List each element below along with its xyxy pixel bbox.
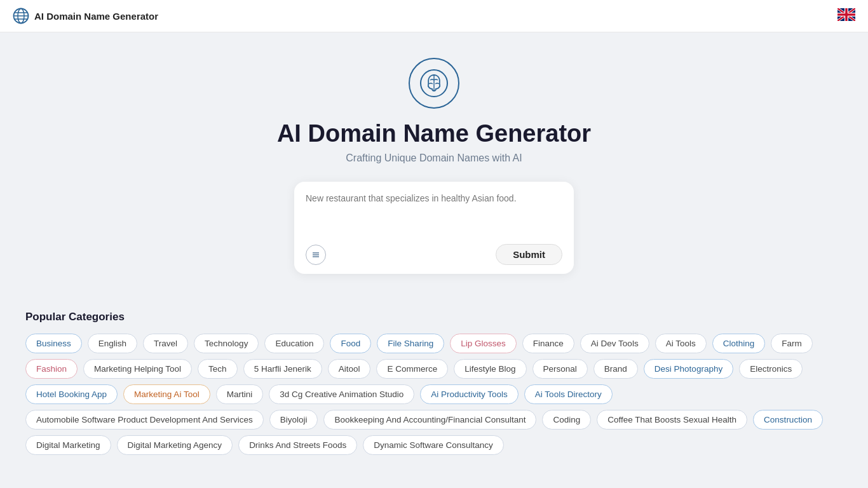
tag-item[interactable]: Business [25, 334, 82, 353]
search-input[interactable] [306, 193, 562, 238]
tag-item[interactable]: Lip Glosses [450, 334, 517, 353]
submit-button[interactable]: Submit [496, 244, 562, 265]
tag-item[interactable]: Desi Photography [644, 359, 733, 379]
page-title: AI Domain Name Generator [277, 120, 591, 147]
tag-item[interactable]: 3d Cg Creative Animation Studio [269, 384, 414, 404]
tag-item[interactable]: Dynamic Software Consultancy [363, 435, 504, 455]
tag-item[interactable]: Digital Marketing [25, 435, 111, 455]
tag-item[interactable]: Ai Tools [655, 334, 707, 353]
tag-item[interactable]: Technology [194, 334, 259, 353]
tag-item[interactable]: Biyoloji [269, 410, 318, 430]
tag-item[interactable]: Construction [753, 410, 823, 430]
tag-item[interactable]: 5 Harfli Jenerik [243, 359, 322, 379]
search-footer: Submit [306, 244, 562, 265]
tag-item[interactable]: Coffee That Boosts Sexual Health [597, 410, 747, 430]
tag-item[interactable]: Aitool [328, 359, 371, 379]
tag-item[interactable]: Coding [542, 410, 591, 430]
tag-item[interactable]: Fashion [25, 359, 78, 379]
options-button[interactable] [306, 245, 326, 265]
brain-icon [419, 69, 449, 98]
tag-item[interactable]: Lifestyle Blog [454, 359, 526, 379]
header-title: AI Domain Name Generator [34, 11, 158, 22]
tag-item[interactable]: Brand [593, 359, 638, 379]
tag-item[interactable]: Marketing Ai Tool [123, 384, 210, 404]
uk-flag-icon [837, 8, 855, 21]
search-card: Submit [294, 182, 574, 274]
tag-item[interactable]: Food [330, 334, 371, 353]
categories-heading: Popular Categories [25, 311, 843, 323]
header: AI Domain Name Generator [0, 0, 868, 32]
tag-item[interactable]: Automobile Software Product Development … [25, 410, 264, 430]
tag-item[interactable]: Personal [532, 359, 588, 379]
tag-item[interactable]: Finance [522, 334, 574, 353]
categories-section: Popular Categories BusinessEnglishTravel… [0, 293, 868, 473]
tag-item[interactable]: Ai Dev Tools [580, 334, 649, 353]
tag-item[interactable]: Hotel Booking App [25, 384, 118, 404]
tag-item[interactable]: Martini [216, 384, 264, 404]
brain-icon-wrapper [409, 58, 459, 109]
tag-item[interactable]: Ai Tools Directory [524, 384, 613, 404]
tag-item[interactable]: Digital Marketing Agency [117, 435, 233, 455]
tag-item[interactable]: Bookkeeping And Accounting/Financial Con… [323, 410, 536, 430]
hero-section: AI Domain Name Generator Crafting Unique… [0, 32, 868, 293]
tag-item[interactable]: E Commerce [376, 359, 448, 379]
tag-item[interactable]: Electronics [739, 359, 803, 379]
tag-item[interactable]: Drinks And Streets Foods [238, 435, 357, 455]
tag-item[interactable]: Marketing Helping Tool [83, 359, 192, 379]
hero-subtitle: Crafting Unique Domain Names with AI [346, 152, 522, 164]
tag-item[interactable]: Farm [771, 334, 813, 353]
options-icon [311, 250, 320, 259]
tag-item[interactable]: English [88, 334, 137, 353]
tag-item[interactable]: File Sharing [377, 334, 444, 353]
header-left: AI Domain Name Generator [13, 8, 158, 24]
tag-item[interactable]: Ai Productivity Tools [420, 384, 519, 404]
tag-item[interactable]: Travel [143, 334, 188, 353]
tag-item[interactable]: Clothing [712, 334, 766, 353]
tags-container: BusinessEnglishTravelTechnologyEducation… [25, 334, 843, 455]
language-flag[interactable] [837, 8, 855, 24]
globe-icon [13, 8, 29, 24]
tag-item[interactable]: Tech [198, 359, 238, 379]
tag-item[interactable]: Education [264, 334, 324, 353]
